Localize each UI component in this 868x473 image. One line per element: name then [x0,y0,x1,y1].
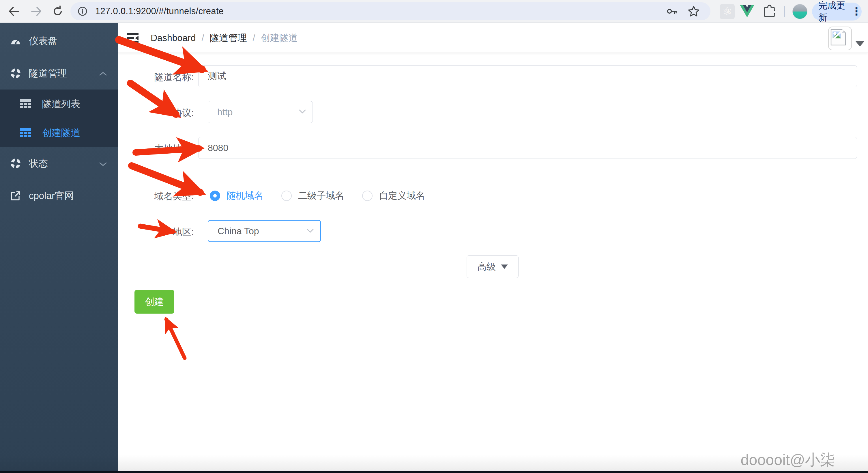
sidebar-item-tunnel-management[interactable]: 隧道管理 [0,57,118,90]
breadcrumb-separator: / [252,33,255,43]
sidebar-item-label: 状态 [29,157,48,170]
app-header: Dashboard / 隧道管理 / 创建隧道 [118,23,868,53]
breadcrumb: Dashboard / 隧道管理 / 创建隧道 [151,23,298,53]
vue-devtools-icon[interactable] [739,0,755,23]
reload-icon[interactable] [49,0,66,23]
sidebar-item-label: cpolar官网 [29,189,74,202]
radio-subdomain[interactable]: 二级子域名 [281,189,344,202]
radio-label: 自定义域名 [379,189,425,202]
domain-type-radio-group: 随机域名 二级子域名 自定义域名 [210,189,443,202]
toolbar-separator [784,6,785,17]
radio-label: 随机域名 [226,189,264,202]
caret-down-icon [501,265,508,269]
sidebar-item-label: 创建隧道 [42,126,80,140]
protocol-select[interactable]: http [208,101,313,123]
grid-icon [20,99,31,109]
sidebar-item-label: 隧道管理 [29,67,67,80]
region-select[interactable]: China Top [208,220,321,242]
ring-icon [10,68,21,79]
external-link-icon [10,190,21,201]
sidebar-item-cpolar-website[interactable]: cpolar官网 [0,180,118,212]
radio-label: 二级子域名 [298,189,344,202]
sidebar: 仪表盘 隧道管理 隧道列表 创建隧道 [0,23,118,471]
react-devtools-icon[interactable]: ⚛ [720,4,735,19]
breadcrumb-separator: / [202,33,204,43]
protocol-value: http [217,107,232,118]
sidebar-item-label: 隧道列表 [42,98,80,111]
chevron-down-icon [306,229,314,234]
finish-update-label: 完成更新 [818,0,847,24]
radio-custom-domain[interactable]: 自定义域名 [362,189,425,202]
browser-profile-avatar[interactable] [793,4,807,19]
site-info-icon[interactable] [78,6,88,17]
breadcrumb-create-tunnel: 创建隧道 [261,32,298,45]
bookmark-star-icon[interactable] [687,2,700,20]
chevron-down-icon [99,158,107,169]
gauge-icon [10,36,21,46]
sidebar-item-label: 仪表盘 [29,35,57,48]
tunnel-name-input[interactable] [198,65,857,87]
sidebar-item-dashboard[interactable]: 仪表盘 [0,25,118,57]
kebab-menu-icon[interactable]: ⋮ [851,5,862,18]
user-avatar-broken-image[interactable] [828,27,852,50]
password-key-icon[interactable] [666,2,678,20]
tunnel-name-label: 隧道名称: [125,71,194,84]
sidebar-item-create-tunnel[interactable]: 创建隧道 [0,118,118,147]
back-icon[interactable] [5,0,23,23]
main-page: Dashboard / 隧道管理 / 创建隧道 隧道名称: 协 [118,23,868,471]
radio-icon [281,190,292,201]
url-text[interactable]: 127.0.0.1:9200/#/tunnels/create [95,6,224,17]
radio-icon [210,190,220,201]
create-button[interactable]: 创建 [134,290,174,314]
forward-icon[interactable] [28,0,45,23]
local-address-label: 本地地址: [125,143,194,155]
region-value: China Top [218,226,259,237]
sidebar-item-status[interactable]: 状态 [0,147,118,180]
region-label: 地区: [125,226,194,238]
browser-toolbar: 127.0.0.1:9200/#/tunnels/create ⚛ 完成更新 ⋮ [0,0,868,23]
breadcrumb-dashboard[interactable]: Dashboard [151,33,196,43]
avatar-dropdown-caret[interactable] [855,41,865,47]
advanced-button[interactable]: 高级 [467,255,519,278]
sidebar-item-tunnel-list[interactable]: 隧道列表 [0,90,118,118]
radio-icon [362,190,373,201]
chevron-down-icon [299,109,306,115]
extensions-puzzle-icon[interactable] [761,0,776,23]
advanced-button-label: 高级 [477,261,496,273]
window-bottom-edge [0,471,868,473]
watermark-text: dooooit@小柒 [741,450,835,470]
sidebar-submenu-tunnel: 隧道列表 创建隧道 [0,90,118,147]
protocol-label: 协议: [125,107,194,120]
local-address-input[interactable] [198,137,857,159]
sidebar-fold-icon[interactable] [126,32,139,45]
grid-icon [20,128,31,138]
ring-icon [10,158,21,169]
breadcrumb-tunnel-management[interactable]: 隧道管理 [210,32,247,45]
radio-random-domain[interactable]: 随机域名 [210,189,264,202]
domain-type-label: 域名类型: [125,190,194,203]
chevron-up-icon [99,68,107,79]
address-bar[interactable]: 127.0.0.1:9200/#/tunnels/create [70,2,710,20]
finish-update-button[interactable]: 完成更新 ⋮ [812,3,862,21]
screen: 127.0.0.1:9200/#/tunnels/create ⚛ 完成更新 ⋮ [0,0,868,473]
